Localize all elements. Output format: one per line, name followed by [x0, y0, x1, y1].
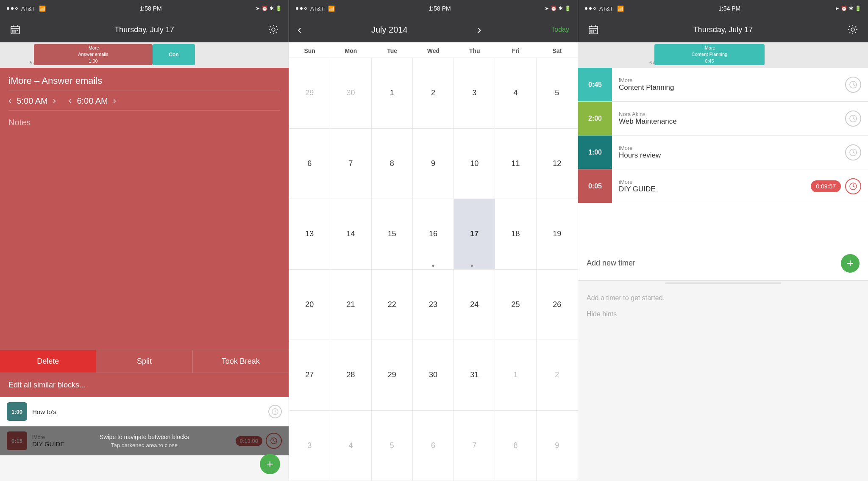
end-time-value: 6:00 AM	[77, 96, 108, 106]
tp-event-title: iMore	[704, 45, 715, 51]
time-display-1: 1:58 PM	[140, 5, 162, 12]
cal-day-20[interactable]: 20	[289, 270, 330, 340]
cal-day-22[interactable]: 22	[372, 270, 413, 340]
clock-icon-2[interactable]	[845, 111, 861, 127]
end-time-next[interactable]: ›	[113, 95, 116, 106]
timer-item-diy[interactable]: 0:05 iMore DIY GUIDE 0:09:57	[578, 169, 868, 203]
cal-day-7[interactable]: 7	[330, 129, 371, 199]
header-bar-3: Thursday, July 17	[578, 17, 868, 42]
cal-day-5-next[interactable]: 5	[372, 411, 413, 481]
took-break-button[interactable]: Took Break	[193, 350, 289, 373]
today-button[interactable]: Today	[551, 26, 569, 33]
clock-icon-1[interactable]	[845, 77, 861, 93]
cal-day-14[interactable]: 14	[330, 199, 371, 269]
cal-day-27[interactable]: 27	[289, 340, 330, 410]
timeline-event-teal[interactable]: Con	[153, 44, 195, 65]
cal-day-3-next[interactable]: 3	[289, 411, 330, 481]
cal-day-3[interactable]: 3	[454, 58, 495, 128]
cal-day-28[interactable]: 28	[330, 340, 371, 410]
add-timer-row: Add new timer +	[578, 246, 868, 281]
end-time-prev[interactable]: ‹	[69, 95, 72, 106]
cal-day-9[interactable]: 9	[413, 129, 454, 199]
timer-right-3	[845, 135, 868, 169]
svg-rect-7	[12, 31, 14, 33]
cal-day-16[interactable]: 16	[413, 199, 454, 269]
time-display-2: 1:58 PM	[429, 5, 451, 12]
edit-similar-button[interactable]: Edit all similar blocks...	[0, 373, 289, 397]
cal-day-31[interactable]: 31	[454, 340, 495, 410]
clock-icon-howtos[interactable]	[268, 405, 282, 418]
start-time-prev[interactable]: ‹	[8, 95, 11, 106]
timer-item-content-planning[interactable]: 0:45 iMore Content Planning	[578, 68, 868, 102]
cal-day-29[interactable]: 29	[372, 340, 413, 410]
cal-day-30[interactable]: 30	[413, 340, 454, 410]
add-timer-button[interactable]: +	[841, 254, 860, 273]
cal-day-24[interactable]: 24	[454, 270, 495, 340]
hide-hints-button[interactable]: Hide hints	[587, 310, 860, 318]
cal-day-6-next[interactable]: 6	[413, 411, 454, 481]
cal-day-11[interactable]: 11	[495, 129, 536, 199]
calendar-icon-3[interactable]	[587, 23, 600, 36]
timer-right-1	[845, 68, 868, 101]
timeline-event-red[interactable]: iMore Answer emails 1:00	[34, 44, 153, 65]
cal-day-25[interactable]: 25	[495, 270, 536, 340]
cal-day-17-today[interactable]: 17	[454, 199, 495, 269]
cal-day-7-next[interactable]: 7	[454, 411, 495, 481]
timer-item-hours-review[interactable]: 1:00 iMore Hours review	[578, 135, 868, 169]
list-item-text-howtos: How to's	[32, 408, 268, 415]
cal-day-5[interactable]: 5	[537, 58, 578, 128]
settings-icon-1[interactable]	[267, 23, 280, 36]
calendar-icon-1[interactable]	[8, 23, 22, 36]
howtos-title: How to's	[32, 408, 268, 415]
next-month-button[interactable]: ›	[477, 23, 481, 36]
cal-day-2[interactable]: 2	[413, 58, 454, 128]
event-label-teal: Con	[169, 52, 178, 58]
detail-panel: iMore – Answer emails ‹ 5:00 AM › ‹ 6:00…	[0, 68, 289, 481]
cal-day-18[interactable]: 18	[495, 199, 536, 269]
prev-month-button[interactable]: ‹	[298, 23, 301, 36]
cal-day-29-prev[interactable]: 29	[289, 58, 330, 128]
cal-day-1[interactable]: 1	[372, 58, 413, 128]
clock-icon-4-red[interactable]	[845, 178, 861, 194]
cal-day-21[interactable]: 21	[330, 270, 371, 340]
cal-day-15[interactable]: 15	[372, 199, 413, 269]
cal-day-4-next[interactable]: 4	[330, 411, 371, 481]
timeline-event-teal-3[interactable]: iMore Content Planning 0:45	[654, 44, 765, 65]
timer-block-color-1: 0:45	[578, 68, 612, 101]
settings-icon-3[interactable]	[846, 23, 860, 36]
cal-day-19[interactable]: 19	[537, 199, 578, 269]
battery-icon-2: 🔋	[565, 6, 571, 11]
timer-task-1: Content Planning	[619, 83, 838, 92]
cal-day-1-next[interactable]: 1	[495, 340, 536, 410]
alarm-icon: ⏰	[262, 6, 268, 11]
signal-dot-2	[11, 7, 14, 10]
add-fab-1[interactable]: +	[260, 454, 280, 474]
cal-day-23[interactable]: 23	[413, 270, 454, 340]
list-item-howtos[interactable]: 1:00 How to's	[0, 397, 289, 426]
cal-day-8-next[interactable]: 8	[495, 411, 536, 481]
location-icon-2: ➤	[545, 6, 549, 11]
timer-duration-1: 0:45	[588, 81, 602, 88]
cal-day-2-next[interactable]: 2	[537, 340, 578, 410]
split-button[interactable]: Split	[96, 350, 192, 373]
cal-day-9-next[interactable]: 9	[537, 411, 578, 481]
cal-day-4[interactable]: 4	[495, 58, 536, 128]
cal-week-3: 13 14 15 16 17 18 19	[289, 199, 578, 270]
cal-day-6[interactable]: 6	[289, 129, 330, 199]
cal-day-26[interactable]: 26	[537, 270, 578, 340]
cal-day-30-prev[interactable]: 30	[330, 58, 371, 128]
notes-field[interactable]: Notes	[0, 111, 289, 350]
dow-mon: Mon	[330, 42, 371, 58]
delete-button[interactable]: Delete	[0, 350, 96, 373]
svg-line-37	[853, 186, 855, 187]
cal-day-13[interactable]: 13	[289, 199, 330, 269]
list-item-diyguide[interactable]: 0:15 iMore DIY GUIDE 0:13:00	[0, 426, 289, 456]
svg-point-25	[851, 28, 854, 31]
time-controls-row: ‹ 5:00 AM › ‹ 6:00 AM ›	[0, 91, 289, 111]
timer-item-web-maintenance[interactable]: 2:00 Nora Akins Web Maintenance	[578, 102, 868, 135]
start-time-next[interactable]: ›	[53, 95, 56, 106]
cal-day-10[interactable]: 10	[454, 129, 495, 199]
cal-day-12[interactable]: 12	[537, 129, 578, 199]
cal-day-8[interactable]: 8	[372, 129, 413, 199]
clock-icon-3[interactable]	[845, 144, 861, 160]
